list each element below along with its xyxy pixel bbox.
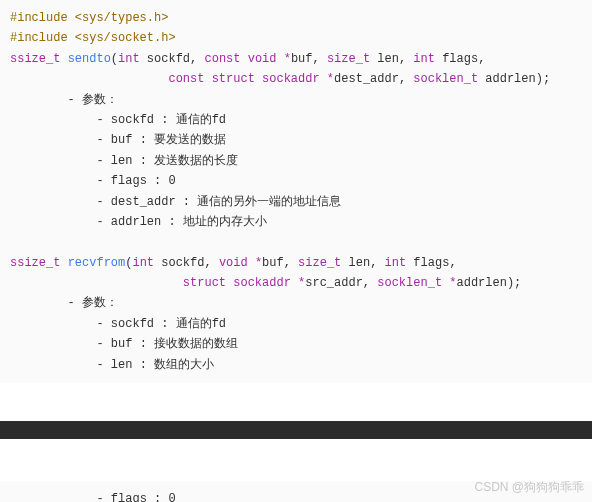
include-line: #include <sys/socket.h>: [10, 31, 176, 45]
param-item: - addrlen : 地址的内存大小: [10, 215, 267, 229]
recvfrom-signature-line2: struct sockaddr *src_addr, socklen_t *ad…: [10, 276, 521, 290]
param-header: - 参数：: [10, 93, 118, 107]
separator-bar: [0, 421, 592, 439]
param-item: - sockfd : 通信的fd: [10, 317, 226, 331]
gap: [0, 439, 592, 481]
param-item: - sockfd : 通信的fd: [10, 113, 226, 127]
param-item: - dest_addr : 通信的另外一端的地址信息: [10, 195, 341, 209]
code-block-top: #include <sys/types.h> #include <sys/soc…: [0, 0, 592, 383]
param-item: - len : 发送数据的长度: [10, 154, 238, 168]
param-item: - len : 数组的大小: [10, 358, 214, 372]
param-item: - flags : 0: [10, 492, 176, 502]
sendto-signature-line2: const struct sockaddr *dest_addr, sockle…: [10, 72, 550, 86]
param-header: - 参数：: [10, 296, 118, 310]
sendto-signature-line1: ssize_t sendto(int sockfd, const void *b…: [10, 52, 485, 66]
param-item: - flags : 0: [10, 174, 176, 188]
code-block-bottom: - flags : 0 - src_addr : 用来保存另外一端的地址信息，不…: [0, 481, 592, 502]
include-line: #include <sys/types.h>: [10, 11, 168, 25]
gap: [0, 383, 592, 421]
param-item: - buf : 要发送的数据: [10, 133, 226, 147]
recvfrom-signature-line1: ssize_t recvfrom(int sockfd, void *buf, …: [10, 256, 457, 270]
param-item: - buf : 接收数据的数组: [10, 337, 238, 351]
